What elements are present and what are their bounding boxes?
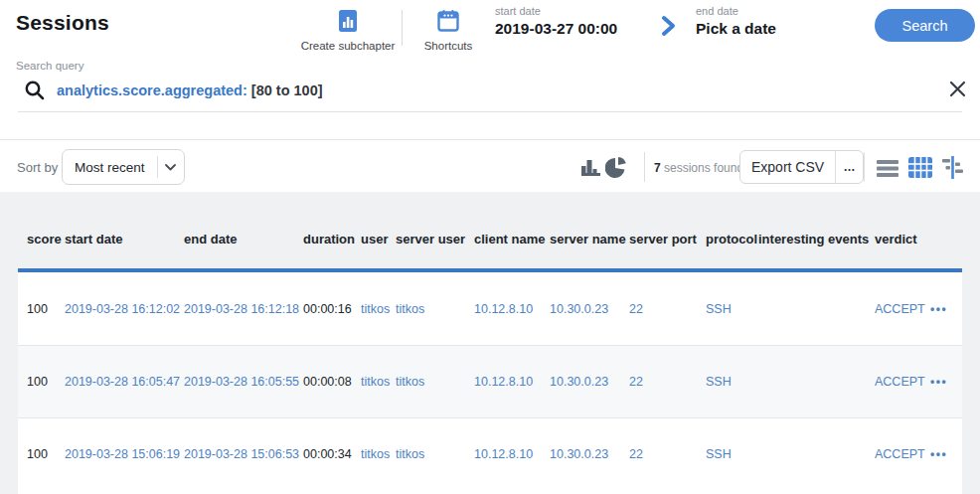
shortcuts-label: Shortcuts: [394, 40, 503, 52]
column-header-start-date[interactable]: start date: [65, 232, 184, 247]
chevron-down-icon: [158, 164, 184, 171]
cell-score: 100: [27, 302, 65, 316]
cell-duration: 00:00:08: [303, 375, 361, 389]
cell-server-name[interactable]: 10.30.0.23: [550, 375, 629, 389]
cell-client-name[interactable]: 10.12.8.10: [474, 302, 550, 316]
column-header-interesting-events[interactable]: interesting events: [758, 232, 875, 247]
start-date-value[interactable]: 2019-03-27 00:00: [495, 20, 617, 38]
page-title: Sessions: [16, 11, 109, 35]
cell-start-date[interactable]: 2019-03-28 15:06:19: [65, 447, 184, 461]
cell-start-date[interactable]: 2019-03-28 16:12:02: [65, 302, 184, 316]
toolbar-divider-1: [644, 152, 645, 182]
column-header-user[interactable]: user: [361, 232, 396, 247]
sort-by-label: Sort by: [17, 160, 58, 175]
column-header-duration[interactable]: duration: [303, 232, 361, 247]
cell-server-port[interactable]: 22: [629, 447, 706, 461]
cell-end-date[interactable]: 2019-03-28 15:06:53: [184, 447, 303, 461]
cell-verdict[interactable]: ACCEPT: [875, 447, 930, 461]
column-header-end-date[interactable]: end date: [184, 232, 303, 247]
bar-chart-view-icon[interactable]: [580, 158, 601, 182]
sort-dropdown[interactable]: Most recent: [62, 149, 185, 185]
cell-verdict[interactable]: ACCEPT: [875, 302, 930, 316]
cell-server-user[interactable]: titkos: [396, 302, 474, 316]
search-section-divider: [18, 111, 962, 112]
cell-server-port[interactable]: 22: [629, 302, 706, 316]
results-count-text: 7 sessions found: [654, 161, 743, 175]
row-more-icon[interactable]: •••: [930, 375, 962, 389]
cell-server-user[interactable]: titkos: [396, 375, 474, 389]
search-query-input[interactable]: analytics.score.aggregated: [80 to 100]: [57, 82, 323, 98]
query-value-token[interactable]: [80 to 100]: [247, 82, 323, 98]
end-date-value[interactable]: Pick a date: [696, 20, 776, 38]
export-button-group: Export CSV …: [739, 150, 864, 184]
results-count: 7: [654, 161, 661, 175]
column-header-server-user[interactable]: server user: [396, 232, 474, 247]
sort-selected-value: Most recent: [63, 160, 157, 175]
toolbar-divider-2: [864, 152, 865, 182]
cell-user[interactable]: titkos: [361, 447, 396, 461]
cell-protocol[interactable]: SSH: [706, 375, 758, 389]
search-query-label: Search query: [16, 60, 83, 72]
cell-score: 100: [27, 447, 65, 461]
cell-client-name[interactable]: 10.12.8.10: [474, 447, 550, 461]
create-subchapter-button[interactable]: Create subchapter: [293, 9, 403, 52]
toolbar-top-divider: [0, 139, 980, 140]
row-more-icon[interactable]: •••: [930, 447, 962, 461]
cell-client-name[interactable]: 10.12.8.10: [474, 375, 550, 389]
cell-duration: 00:00:16: [303, 302, 361, 316]
cell-start-date[interactable]: 2019-03-28 16:05:47: [65, 375, 184, 389]
sessions-table: 100 2019-03-28 16:12:02 2019-03-28 16:12…: [18, 272, 962, 494]
table-header-row: score start date end date duration user …: [18, 223, 962, 254]
end-date-label: end date: [696, 5, 776, 17]
cell-protocol[interactable]: SSH: [706, 302, 758, 316]
cell-server-user[interactable]: titkos: [396, 447, 474, 461]
cell-end-date[interactable]: 2019-03-28 16:05:55: [184, 375, 303, 389]
export-more-icon[interactable]: …: [836, 160, 863, 174]
list-view-icon[interactable]: [877, 160, 898, 181]
export-csv-button[interactable]: Export CSV: [740, 159, 835, 175]
column-header-server-port[interactable]: server port: [629, 232, 706, 247]
cell-server-port[interactable]: 22: [629, 375, 706, 389]
column-header-score[interactable]: score: [27, 232, 65, 247]
cell-user[interactable]: titkos: [361, 302, 396, 316]
cell-end-date[interactable]: 2019-03-28 16:12:18: [184, 302, 303, 316]
column-header-server-name[interactable]: server name: [550, 232, 629, 247]
cell-score: 100: [27, 375, 65, 389]
search-icon: [24, 80, 46, 105]
cell-user[interactable]: titkos: [361, 375, 396, 389]
create-subchapter-label: Create subchapter: [293, 40, 403, 52]
cell-server-name[interactable]: 10.30.0.23: [550, 447, 629, 461]
calendar-icon: [436, 9, 460, 37]
cell-server-name[interactable]: 10.30.0.23: [550, 302, 629, 316]
bar-chart-document-icon: [336, 9, 360, 37]
column-header-verdict[interactable]: verdict: [875, 232, 930, 247]
table-view-icon[interactable]: [908, 157, 932, 182]
results-label: sessions found: [661, 161, 743, 175]
start-date-picker[interactable]: start date 2019-03-27 00:00: [495, 5, 617, 38]
end-date-picker[interactable]: end date Pick a date: [696, 5, 776, 38]
timeline-view-icon[interactable]: [941, 156, 964, 183]
pie-chart-view-icon[interactable]: [605, 156, 627, 182]
column-header-protocol[interactable]: protocol: [706, 232, 758, 247]
query-field-token[interactable]: analytics.score.aggregated:: [57, 82, 247, 98]
chevron-right-icon: [658, 14, 680, 42]
cell-verdict[interactable]: ACCEPT: [875, 375, 930, 389]
row-more-icon[interactable]: •••: [930, 302, 962, 316]
close-icon[interactable]: [949, 81, 966, 101]
column-header-client-name[interactable]: client name: [474, 232, 550, 247]
start-date-label: start date: [495, 5, 617, 17]
shortcuts-button[interactable]: Shortcuts: [394, 9, 503, 52]
table-row[interactable]: 100 2019-03-28 16:12:02 2019-03-28 16:12…: [18, 272, 962, 345]
table-row[interactable]: 100 2019-03-28 15:06:19 2019-03-28 15:06…: [18, 417, 962, 490]
cell-protocol[interactable]: SSH: [706, 447, 758, 461]
search-button[interactable]: Search: [875, 9, 975, 42]
table-row[interactable]: 100 2019-03-28 16:05:47 2019-03-28 16:05…: [18, 345, 962, 417]
cell-duration: 00:00:34: [303, 447, 361, 461]
